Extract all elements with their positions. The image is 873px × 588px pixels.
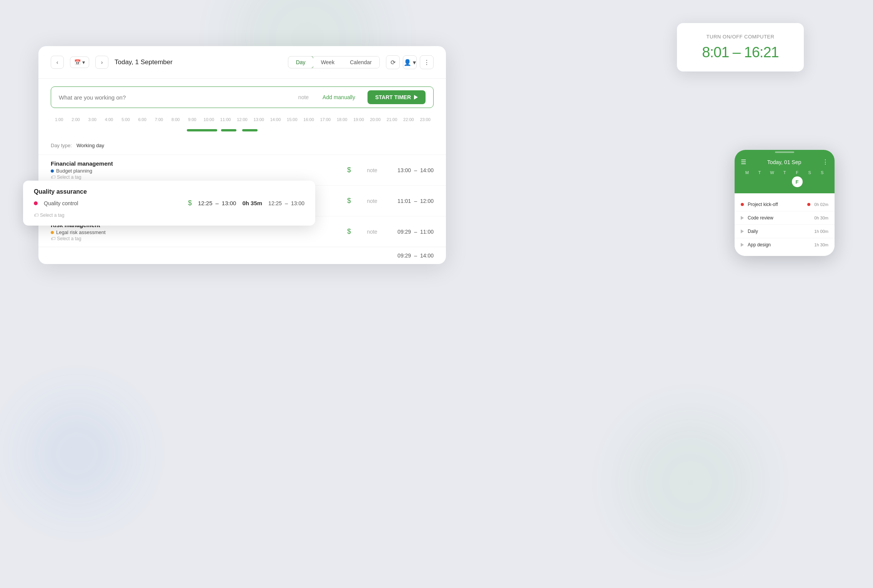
entry-task-row-risk: Legal risk assessment	[51, 229, 338, 235]
start-timer-button[interactable]: START TIMER	[367, 90, 426, 104]
tab-calendar[interactable]: Calendar	[342, 56, 379, 68]
cal-day-f[interactable]: F F	[791, 170, 803, 187]
tl-12: 12:00	[234, 117, 250, 122]
mobile-dot-kickoff	[741, 203, 744, 206]
qa-billable-icon: $	[188, 199, 192, 207]
qa-card: Quality assurance Quality control $ 12:2…	[23, 181, 315, 226]
mobile-notch-bar	[775, 151, 794, 153]
entry-end-financial: 14:00	[420, 167, 434, 173]
prev-day-button[interactable]: ‹	[51, 56, 64, 69]
mobile-play-daily[interactable]	[741, 229, 744, 233]
mobile-more-icon[interactable]: ⋮	[822, 158, 828, 166]
timeline-bar-3	[242, 129, 258, 131]
mobile-card: ☰ Today, 01 Sep ⋮ M T W T F F	[735, 150, 835, 256]
mobile-date: Today, 01 Sep	[767, 159, 801, 165]
bg-blob-2	[19, 396, 135, 511]
computer-schedule-card: TURN ON/OFF COMPUTER 8:01 – 16:21	[677, 23, 804, 71]
entry-end-risk: 11:00	[420, 229, 434, 235]
more-options-button[interactable]: ⋮	[420, 55, 434, 69]
entry-note-financial: note	[361, 167, 384, 173]
mobile-play-code[interactable]	[741, 216, 744, 220]
entry-dollar-risk: $	[338, 228, 361, 236]
timeline: 1:00 2:00 3:00 4:00 5:00 6:00 7:00 8:00 …	[38, 116, 446, 140]
task-dot-financial	[51, 169, 54, 173]
mobile-entry-time-code: 0h 30m	[814, 216, 828, 220]
entry-task-risk: Legal risk assessment	[56, 229, 106, 235]
mobile-entry-time-daily: 1h 00m	[814, 229, 828, 234]
entry-project-financial: Financial management	[51, 160, 338, 167]
entry-start-financial: 13:00	[397, 167, 411, 173]
tl-13: 13:00	[251, 117, 267, 122]
mobile-menu-icon[interactable]: ☰	[741, 158, 746, 166]
entry-tag-risk[interactable]: 🏷 Select a tag	[51, 236, 338, 241]
tag-icon-risk: 🏷	[51, 236, 55, 241]
tl-2: 2:00	[67, 117, 84, 122]
mobile-notch	[735, 150, 835, 154]
bg-blob-3	[623, 415, 758, 550]
date-title: Today, 1 September	[115, 58, 282, 66]
calendar-picker-button[interactable]: 📅 ▾	[70, 56, 89, 68]
calendar-chevron-icon: ▾	[82, 59, 85, 65]
tab-day[interactable]: Day	[288, 56, 314, 68]
mobile-entry-name-app: App design	[748, 242, 810, 247]
mobile-entry-time-kickoff: 0h 02m	[814, 202, 828, 207]
cal-day-t1: T	[753, 170, 766, 187]
qa-start-time: 12:25	[198, 200, 213, 206]
timeline-bar-2	[221, 129, 236, 131]
tl-8: 8:00	[167, 117, 184, 122]
tl-1: 1:00	[51, 117, 67, 122]
qa-task-name: Quality control	[44, 200, 182, 206]
total-time: 09:29 – 14:00	[397, 252, 434, 259]
entry-dash-strategic: –	[414, 198, 417, 204]
day-type-row: Day type: Working day	[38, 140, 446, 154]
timer-note-label: note	[298, 94, 316, 100]
tab-week[interactable]: Week	[313, 56, 343, 68]
tl-6: 6:00	[134, 117, 150, 122]
add-manually-button[interactable]: Add manually	[323, 94, 361, 100]
cal-day-w: W	[766, 170, 778, 187]
start-timer-label: START TIMER	[375, 94, 411, 100]
refresh-button[interactable]: ⟳	[386, 55, 400, 69]
tl-11: 11:00	[217, 117, 234, 122]
entry-task-row-financial: Budget planning	[51, 168, 338, 174]
qa-duration: 0h 35m	[242, 200, 262, 206]
total-end: 14:00	[420, 252, 434, 259]
tl-16: 16:00	[300, 117, 317, 122]
qa-task-dot	[34, 201, 38, 205]
mobile-entry-code-review: Code review 0h 30m	[735, 211, 835, 225]
mobile-entry-app-design: App design 1h 30m	[735, 238, 835, 251]
timer-description-input[interactable]	[59, 94, 292, 101]
total-start: 09:29	[397, 252, 411, 259]
mobile-body: Project kick-off 0h 02m Code review 0h 3…	[735, 193, 835, 256]
total-dash: –	[414, 252, 417, 259]
cal-day-t2: T	[778, 170, 791, 187]
qa-tag-label: Select a tag	[40, 213, 64, 218]
entry-dash-financial: –	[414, 167, 417, 173]
entry-end-time-strategic: 11:01 – 12:00	[384, 198, 434, 204]
mobile-entry-project-kickoff: Project kick-off 0h 02m	[735, 198, 835, 211]
qa-tag-row[interactable]: 🏷 Select a tag	[34, 213, 304, 218]
user-button[interactable]: 👤 ▾	[403, 55, 417, 69]
entry-start-risk: 09:29	[397, 229, 411, 235]
entry-note-risk: note	[361, 229, 384, 235]
day-type-value: Working day	[76, 143, 104, 148]
entry-start-strategic: 11:01	[397, 198, 411, 204]
timeline-bar-1	[187, 129, 218, 131]
tl-7: 7:00	[151, 117, 167, 122]
entry-note-strategic: note	[361, 198, 384, 204]
mobile-play-app[interactable]	[741, 243, 744, 247]
qa-dash: –	[216, 200, 219, 206]
entry-end-time-financial: 13:00 – 14:00	[384, 167, 434, 173]
tl-21: 21:00	[384, 117, 400, 122]
card-header: ‹ 📅 ▾ › Today, 1 September Day Week Cale…	[38, 46, 446, 79]
entry-end-strategic: 12:00	[420, 198, 434, 204]
qa-end-display: 12:25 – 13:00	[268, 200, 304, 206]
next-day-button[interactable]: ›	[95, 56, 108, 69]
qa-time-range: 12:25 – 13:00	[198, 200, 236, 206]
entry-task-financial: Budget planning	[56, 168, 92, 174]
qa-tag-icon: 🏷	[34, 213, 38, 218]
entry-tag-label-risk: Select a tag	[57, 236, 81, 241]
entry-end-time-risk: 09:29 – 11:00	[384, 229, 434, 235]
entry-tag-financial[interactable]: 🏷 Select a tag	[51, 174, 338, 180]
entry-dollar-strategic: $	[338, 197, 361, 205]
